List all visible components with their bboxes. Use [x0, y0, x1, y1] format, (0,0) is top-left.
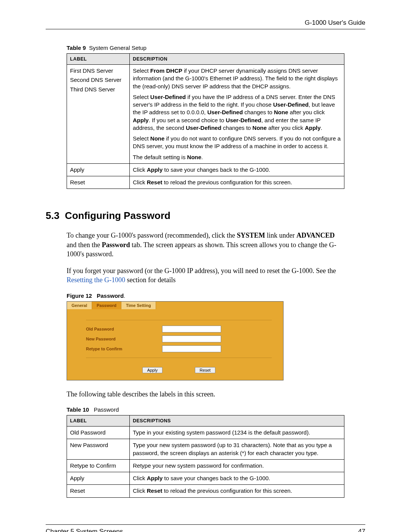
figure12-caption: Figure 12 Password.	[67, 292, 365, 299]
reset-label: Reset	[67, 176, 130, 189]
table9-caption: Table 9 System General Setup	[67, 45, 365, 51]
para-2: If you forget your password (or the G-10…	[67, 266, 341, 285]
new-password-input[interactable]	[162, 335, 221, 342]
table-row: New Password Type your new system passwo…	[67, 439, 344, 460]
dns-desc-p4: The default setting is None.	[133, 153, 341, 161]
tab-time-setting[interactable]: Time Setting	[121, 302, 156, 309]
table-row: First DNS Server Second DNS Server Third…	[67, 65, 344, 164]
table-row: Old Password Type in your existing syste…	[67, 427, 344, 439]
table10-prefix: Table 10	[67, 406, 89, 413]
section-title: Configuring Password	[65, 210, 170, 221]
dns-label-2: Second DNS Server	[70, 76, 126, 84]
apply-label: Apply	[67, 163, 130, 176]
reset-link[interactable]: Resetting the G-1000	[67, 276, 125, 284]
section-heading: 5.3 Configuring Password	[46, 210, 365, 222]
table-row: Apply Click Apply to save your changes b…	[67, 472, 344, 485]
page-footer: Chapter 5 System Screens 47	[46, 524, 365, 532]
reset-button[interactable]: Reset	[195, 367, 216, 373]
table-row: Retype to Confirm Retype your new system…	[67, 459, 344, 472]
para-1: To change your G-1000's password (recomm…	[67, 231, 341, 259]
r5-desc: Click Reset to reload the previous confi…	[130, 485, 344, 497]
table9: LABEL DESCRIPTION First DNS Server Secon…	[67, 53, 344, 189]
divider	[86, 358, 272, 358]
r1-desc: Type in your existing system password (1…	[130, 427, 344, 439]
table-row: Reset Click Reset to reload the previous…	[67, 485, 344, 497]
tab-password[interactable]: Password	[92, 302, 121, 309]
page-header: G-1000 User's Guide	[46, 19, 365, 29]
old-password-label: Old Password	[86, 327, 162, 331]
table-row: Apply Click Apply to save your changes b…	[67, 163, 344, 176]
table10-col-label: LABEL	[67, 415, 130, 427]
dns-label-1: First DNS Server	[70, 67, 126, 75]
r4-desc: Click Apply to save your changes back to…	[130, 472, 344, 485]
table10-col-desc: DESCRIPTIONS	[130, 415, 344, 427]
header-title: G-1000 User's Guide	[305, 19, 365, 26]
figure12-prefix: Figure 12	[67, 292, 92, 299]
divider	[86, 320, 272, 320]
tab-bar: General Password Time Setting	[67, 302, 283, 309]
table10-title: Password	[94, 406, 119, 413]
figure12-title: Password	[97, 292, 124, 299]
table9-title: System General Setup	[89, 45, 147, 51]
table9-col-label: LABEL	[67, 54, 130, 65]
table10: LABEL DESCRIPTIONS Old Password Type in …	[67, 415, 344, 498]
r3-label: Retype to Confirm	[67, 459, 130, 472]
retype-confirm-label: Retype to Confirm	[86, 347, 162, 351]
table9-prefix: Table 9	[67, 45, 86, 51]
r3-desc: Retype your new system password for conf…	[130, 459, 344, 472]
dns-desc-p3: Select None if you do not want to config…	[133, 135, 341, 150]
table9-col-desc: DESCRIPTION	[130, 54, 344, 65]
reset-desc: Click Reset to reload the previous confi…	[130, 176, 344, 189]
dns-desc-p2: Select User-Defined if you have the IP a…	[133, 93, 341, 132]
retype-confirm-input[interactable]	[162, 345, 221, 352]
new-password-label: New Password	[86, 337, 162, 341]
r2-desc: Type your new system password (up to 31 …	[130, 439, 344, 460]
r5-label: Reset	[67, 485, 130, 497]
r4-label: Apply	[67, 472, 130, 485]
footer-chapter: Chapter 5 System Screens	[46, 528, 123, 532]
footer-page: 47	[358, 528, 365, 532]
dns-desc-p1: Select From DHCP if your DHCP server dyn…	[133, 67, 341, 90]
r1-label: Old Password	[67, 427, 130, 439]
old-password-input[interactable]	[162, 326, 221, 332]
section-number: 5.3	[46, 210, 59, 221]
table-row: Reset Click Reset to reload the previous…	[67, 176, 344, 189]
tab-general[interactable]: General	[67, 302, 92, 309]
apply-button[interactable]: Apply	[142, 367, 163, 373]
dns-label-3: Third DNS Server	[70, 86, 126, 93]
para-3: The following table describes the labels…	[67, 390, 341, 399]
password-screenshot: General Password Time Setting Old Passwo…	[67, 301, 284, 380]
apply-desc: Click Apply to save your changes back to…	[130, 163, 344, 176]
table10-caption: Table 10 Password	[67, 406, 365, 413]
r2-label: New Password	[67, 439, 130, 460]
